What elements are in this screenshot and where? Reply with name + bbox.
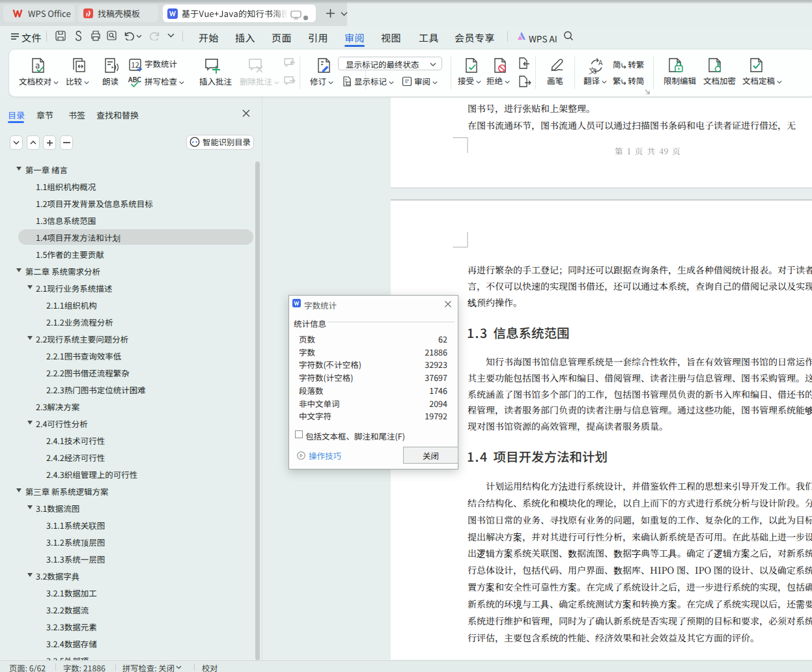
svg-text:文: 文 [589, 65, 596, 75]
svg-text:a: a [35, 59, 40, 71]
svg-text:12: 12 [131, 59, 139, 70]
svg-text:ABC: ABC [128, 76, 141, 84]
svg-text:A: A [598, 57, 603, 67]
